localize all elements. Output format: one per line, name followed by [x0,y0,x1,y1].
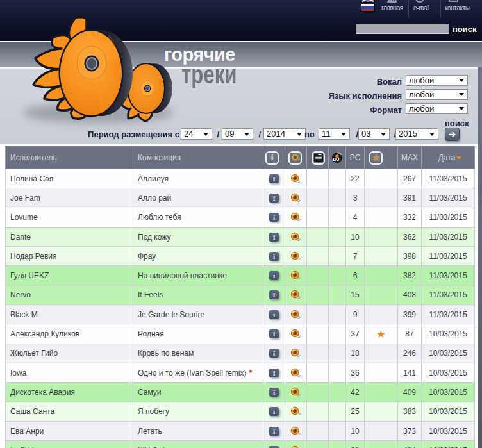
svg-text:DJ: DJ [333,156,339,162]
